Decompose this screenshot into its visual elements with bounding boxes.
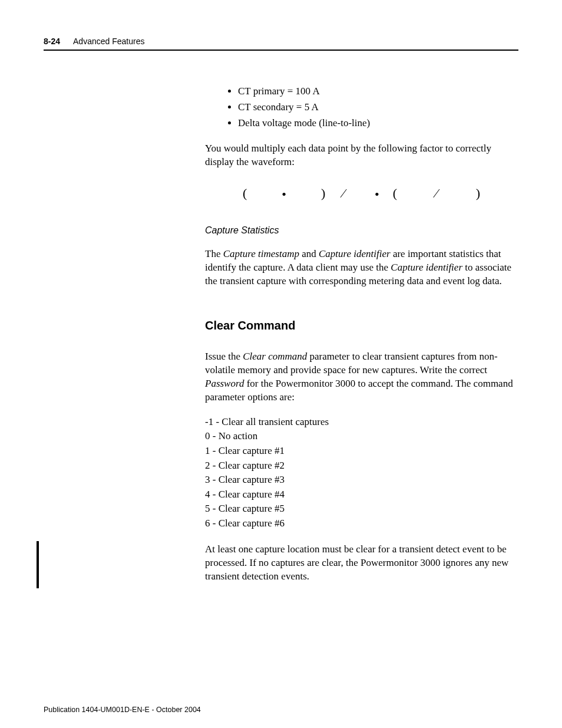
publication-footer: Publication 1404-UM001D-EN-E - October 2… (44, 706, 201, 714)
option-item: 6 - Clear capture #6 (205, 516, 518, 531)
page-number: 8-24 (44, 37, 60, 46)
page-header: 8-24 Advanced Features (44, 37, 518, 51)
bullet-list: CT primary = 100 A CT secondary = 5 A De… (205, 85, 518, 130)
text-span: for the Powermonitor 3000 to accept the … (205, 378, 513, 403)
final-paragraph: At least one capture location must be cl… (205, 543, 518, 584)
capture-statistics-paragraph: The Capture timestamp and Capture identi… (205, 248, 518, 288)
left-paren: ( (393, 186, 419, 200)
formula: (•)⁄•(⁄) (205, 185, 518, 203)
bullet-operator: • (269, 186, 300, 203)
body-content: CT primary = 100 A CT secondary = 5 A De… (205, 85, 518, 584)
option-item: 5 - Clear capture #5 (205, 502, 518, 516)
divide-slash: ⁄ (419, 186, 455, 200)
subheading-capture-statistics: Capture Statistics (205, 224, 518, 237)
clear-command-paragraph: Issue the Clear command parameter to cle… (205, 350, 518, 404)
chapter-title: Advanced Features (73, 37, 144, 46)
right-paren: ) (300, 186, 326, 200)
text-span: and (299, 248, 319, 259)
italic-term: Clear command (243, 351, 307, 362)
italic-term: Password (205, 378, 244, 389)
bullet-operator: • (362, 186, 393, 203)
italic-term: Capture identifier (391, 262, 462, 273)
option-item: 1 - Clear capture #1 (205, 444, 518, 459)
text-span: Issue the (205, 351, 243, 362)
section-heading-clear-command: Clear Command (205, 318, 518, 334)
option-item: 0 - No action (205, 429, 518, 444)
list-item: CT secondary = 5 A (238, 101, 518, 114)
option-item: 2 - Clear capture #2 (205, 459, 518, 473)
italic-term: Capture timestamp (223, 248, 299, 259)
text-span: The (205, 248, 223, 259)
option-item: 3 - Clear capture #3 (205, 473, 518, 487)
divide-slash: ⁄ (326, 186, 362, 200)
option-item: 4 - Clear capture #4 (205, 487, 518, 502)
intro-paragraph: You would multiply each data point by th… (205, 142, 518, 169)
revision-bar (37, 541, 39, 588)
document-page: 8-24 Advanced Features CT primary = 100 … (0, 0, 562, 728)
option-item: -1 - Clear all transient captures (205, 415, 518, 430)
left-paren: ( (243, 186, 269, 200)
list-item: CT primary = 100 A (238, 85, 518, 98)
list-item: Delta voltage mode (line-to-line) (238, 117, 518, 130)
right-paren: ) (455, 186, 481, 200)
options-list: -1 - Clear all transient captures 0 - No… (205, 415, 518, 531)
italic-term: Capture identifier (319, 248, 391, 259)
